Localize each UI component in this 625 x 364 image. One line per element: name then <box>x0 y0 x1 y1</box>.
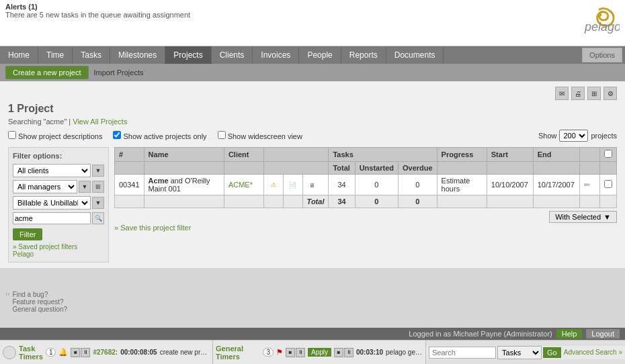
tab-documents[interactable]: Documents <box>386 46 444 64</box>
tab-invoices[interactable]: Invoices <box>253 46 299 64</box>
saved-filters: » Saved project filters Pelago <box>13 243 104 258</box>
clients-row: All clients ▼ <box>13 164 104 177</box>
pelago-link[interactable]: Pelago <box>13 251 34 258</box>
general-timers-label[interactable]: General Timers <box>216 345 260 361</box>
row-icon-group: ⚠ <box>268 181 279 189</box>
managers-expand-icon[interactable]: ▼ <box>79 181 91 193</box>
bottom-bar: Task Timers 1 🔔 ■ ⏸ #27682: 00:00:08:05 … <box>0 340 625 364</box>
file-icon[interactable]: 📄 <box>288 181 298 189</box>
task-timers-label[interactable]: Task Timers <box>19 345 43 361</box>
tab-home[interactable]: Home <box>0 46 38 64</box>
settings-icon[interactable]: ⚙ <box>603 87 617 100</box>
with-selected-button[interactable]: With Selected ▼ <box>549 211 617 223</box>
managers-extra-icon[interactable]: ⊞ <box>92 181 104 193</box>
project-name-bold[interactable]: Acme <box>149 177 169 185</box>
clients-expand-icon[interactable]: ▼ <box>92 165 104 177</box>
client-link[interactable]: ACME* <box>228 181 253 189</box>
general-timer-controls2: ■ ⏸ <box>334 348 353 357</box>
save-filter-link[interactable]: » Save this project filter <box>114 224 191 232</box>
sub-nav: Create a new project Import Projects <box>0 64 625 81</box>
search-info: Searching "acme" | View All Projects <box>8 118 617 126</box>
tab-people[interactable]: People <box>299 46 341 64</box>
advanced-search-link[interactable]: Advanced Search » <box>564 349 622 356</box>
row-checkbox-cell <box>599 175 616 195</box>
view-all-link[interactable]: View All Projects <box>73 118 127 126</box>
create-project-button[interactable]: Create a new project <box>5 66 89 79</box>
projects-table: # Name Client Tasks Progress Start End <box>114 147 617 208</box>
filter-button[interactable]: Filter <box>13 228 42 240</box>
export-icon[interactable]: ⊞ <box>587 87 601 100</box>
row-unstarted: 0 <box>355 175 398 195</box>
general-timer-pause-btn[interactable]: ⏸ <box>296 348 305 357</box>
general-timers-section: General Timers 3 ⚑ ■ ⏸ Apply ■ ⏸ 00:03:1… <box>213 340 426 364</box>
clients-select[interactable]: All clients <box>13 164 91 177</box>
row-start: 10/10/2007 <box>487 175 533 195</box>
saved-project-filters-link[interactable]: » Saved project filters <box>13 243 77 251</box>
bug-line1: Find a bug? <box>12 291 67 298</box>
managers-select[interactable]: All managers <box>13 180 77 193</box>
show-active-checkbox[interactable] <box>113 131 121 139</box>
task-timer-stop-btn[interactable]: ■ <box>71 348 80 357</box>
show-widescreen-label[interactable]: Show widescreen view <box>218 131 302 140</box>
print-icon[interactable]: 🖨 <box>571 87 585 100</box>
row-checkbox[interactable] <box>604 180 612 188</box>
show-descriptions-label[interactable]: Show project descriptions <box>8 131 102 140</box>
show-descriptions-checkbox[interactable] <box>8 131 16 139</box>
select-all-checkbox[interactable] <box>604 150 612 158</box>
top-bar: Alerts (1) There are 5 new tasks in the … <box>0 0 625 46</box>
th-progress2 <box>437 162 487 175</box>
show-select[interactable]: 200 50 100 <box>559 130 588 142</box>
general-timer-stop-btn[interactable]: ■ <box>286 348 295 357</box>
logo-svg: pelago <box>552 3 620 43</box>
th-actions2 <box>579 162 599 175</box>
total-unstarted: 0 <box>355 195 398 208</box>
sidebar-search-btn[interactable]: 🔍 <box>92 212 104 224</box>
general-time: 00:03:10 <box>356 349 383 356</box>
logout-button[interactable]: Logout <box>586 329 620 338</box>
total-empty4 <box>263 195 283 208</box>
general-timers-count: 3 <box>263 348 274 357</box>
edit-icon[interactable]: ✏ <box>584 181 590 189</box>
tab-milestones[interactable]: Milestones <box>110 46 165 64</box>
general-timer-controls: ■ ⏸ <box>286 348 305 357</box>
page-title: 1 Project <box>8 103 617 115</box>
monitor-icon[interactable]: 🖥 <box>307 181 318 189</box>
billable-select[interactable]: Billable & Unbillable <box>13 196 91 210</box>
email-icon[interactable]: ✉ <box>555 87 569 100</box>
th-overdue: Overdue <box>398 162 437 175</box>
th-end: End <box>533 148 579 162</box>
apply-button[interactable]: Apply <box>308 348 331 357</box>
alerts-title: Alerts (1) <box>5 3 190 11</box>
billable-expand-icon[interactable]: ▼ <box>92 197 104 209</box>
show-active-label[interactable]: Show active projects only <box>113 131 206 140</box>
tab-projects[interactable]: Projects <box>165 46 211 64</box>
warning-icon: ⚠ <box>268 181 279 189</box>
nav-tabs: Home Time Tasks Milestones Projects Clie… <box>0 46 444 64</box>
help-button[interactable]: Help <box>556 329 583 338</box>
tab-tasks[interactable]: Tasks <box>73 46 110 64</box>
task-timer-pause-btn[interactable]: ⏸ <box>81 348 90 357</box>
row-edit: ✏ <box>579 175 599 195</box>
tab-reports[interactable]: Reports <box>341 46 386 64</box>
quote-icon: " <box>5 291 9 305</box>
general-timer-pause-btn2[interactable]: ⏸ <box>344 348 353 357</box>
import-projects-link[interactable]: Import Projects <box>94 69 144 77</box>
general-timer-stop-btn2[interactable]: ■ <box>334 348 343 357</box>
total-empty9 <box>579 195 599 208</box>
sidebar-search-input[interactable] <box>13 212 91 224</box>
search-go-button[interactable]: Go <box>543 347 561 358</box>
row-progress: Estimate hours <box>437 175 487 195</box>
with-selected-arrow: ▼ <box>603 213 611 221</box>
search-input[interactable] <box>429 347 496 359</box>
total-empty7 <box>487 195 533 208</box>
main-layout: Filter options: All clients ▼ All manage… <box>8 147 617 263</box>
billable-row: Billable & Unbillable ▼ <box>13 196 104 210</box>
options-button[interactable]: Options <box>582 48 622 62</box>
tab-clients[interactable]: Clients <box>212 46 253 64</box>
task-timers-bell: 🔔 <box>58 348 68 357</box>
show-widescreen-checkbox[interactable] <box>218 131 226 139</box>
th-name2 <box>144 162 224 175</box>
table-row: 00341 Acme and O'Reilly Maint 001 ACME* … <box>115 175 617 195</box>
tab-time[interactable]: Time <box>38 46 73 64</box>
search-category-select[interactable]: Tasks Projects Clients <box>497 346 542 359</box>
